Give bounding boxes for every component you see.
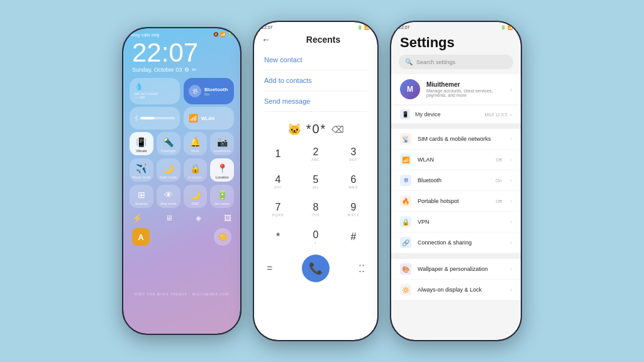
gear-icon[interactable]: ⚙ xyxy=(184,67,189,73)
new-contact-action[interactable]: New contact xyxy=(264,50,367,70)
p3-sim-item[interactable]: 📡 SIM cards & mobile networks › xyxy=(391,129,521,150)
p1-bluetooth-card[interactable]: 𝔅 Bluetooth On xyxy=(184,78,234,104)
device-icon: 📱 xyxy=(400,109,410,119)
p3-search-bar[interactable]: 🔍 Search settings xyxy=(399,55,513,69)
edit-icon[interactable]: ✏ xyxy=(192,67,197,73)
dark-mode-btn[interactable]: 🌙 Dark mode xyxy=(157,158,180,182)
wallpaper-icon: 🎨 xyxy=(400,263,411,275)
p3-display-section: 🎨 Wallpaper & personalization › 🔆 Always… xyxy=(391,259,521,300)
p3-sim-label: SIM cards & mobile networks xyxy=(418,136,502,142)
chevron-right-icon-2: › xyxy=(510,111,512,118)
scanner-icon: ⊞ xyxy=(138,190,145,200)
add-to-contacts-action[interactable]: Add to contacts xyxy=(264,70,367,91)
p2-keypad: 1 2ABC 3DEF 4GHI 5JKL 6MNO 7PQRS 8TUV 9W… xyxy=(254,140,377,251)
dnd-btn[interactable]: 🌙 DND xyxy=(184,185,208,208)
sim-chevron: › xyxy=(510,136,512,142)
mute-icon: 🔔 xyxy=(190,137,201,147)
phone-1-screen: ency calls only 🔕 📶 🔋 22:07 Sunday, Octo… xyxy=(123,28,240,334)
back-button[interactable]: ← xyxy=(262,35,270,45)
p3-wallpaper-item[interactable]: 🎨 Wallpaper & personalization › xyxy=(391,259,521,280)
p3-vpn-item[interactable]: 🔒 VPN › xyxy=(391,212,521,233)
key-3[interactable]: 3DEF xyxy=(335,140,372,168)
share-icon: 🔗 xyxy=(400,237,411,248)
vibrate-icon: 📳 xyxy=(136,137,147,147)
lock-screen-btn[interactable]: 🔒 k screen xyxy=(184,158,208,182)
share-chevron: › xyxy=(510,239,512,246)
p3-wlan-value: Off xyxy=(496,157,502,163)
p3-status-bar: 22:07 🔋 📶 xyxy=(391,22,521,32)
bluetooth-icon: 𝔅 xyxy=(189,85,201,97)
p3-vpn-label: VPN xyxy=(418,219,502,225)
brightness-icon: ◈ xyxy=(196,214,201,222)
p3-aod-label: Always-on display & Lock xyxy=(418,287,502,293)
p3-mydevice-right: MIUI 12.5.5 › xyxy=(484,111,512,118)
key-1[interactable]: 1 xyxy=(259,140,297,168)
phone-2-screen: 22:07 🔋 📶 ← Recents New contact Add to c… xyxy=(254,22,377,340)
equals-icon: = xyxy=(267,263,272,274)
p3-search-placeholder: Search settings xyxy=(416,59,455,65)
plane-mode-btn[interactable]: ✈️ Plane mode xyxy=(130,158,153,182)
p3-section-divider-1 xyxy=(391,124,521,129)
contact-icon: 🐱 xyxy=(287,123,301,136)
key-6[interactable]: 6MNO xyxy=(335,168,372,195)
flash-icon: ⚡ xyxy=(132,213,143,223)
p2-header: ← Recents xyxy=(254,32,377,50)
p3-sharing-item[interactable]: 🔗 Connection & sharing › xyxy=(391,233,521,253)
send-message-action[interactable]: Send message xyxy=(264,91,367,112)
p3-hotspot-item[interactable]: 🔥 Portable hotspot Off › xyxy=(391,191,521,212)
key-8[interactable]: 8TUV xyxy=(297,195,335,223)
volume-bar[interactable] xyxy=(140,117,175,119)
p2-number-display: 🐱 *0* ⌫ xyxy=(254,118,377,140)
p3-network-section: 📡 SIM cards & mobile networks › 📶 WLAN O… xyxy=(391,129,521,253)
p3-profile-sub: Manage accounts, cloud services, payment… xyxy=(426,89,504,97)
vpn-icon: 🔒 xyxy=(400,216,411,228)
backspace-btn[interactable]: ⌫ xyxy=(331,124,344,134)
p3-profile-row[interactable]: M Miuithemer Manage accounts, cloud serv… xyxy=(391,74,521,104)
p3-mydevice-left: 📱 My device xyxy=(400,109,441,119)
p2-dialed-number: *0* xyxy=(306,122,327,136)
p1-wlan-card[interactable]: 📶 WLAN xyxy=(184,107,234,129)
watermark-text: VISIT FOR MORE THEMES - MIUITHEMER.COM xyxy=(123,292,240,296)
p2-status-bar: 22:07 🔋 📶 xyxy=(254,22,377,32)
screen-icon: 🖥 xyxy=(165,214,173,222)
key-0[interactable]: 0+ xyxy=(297,223,335,251)
p1-volume-slider[interactable]: 𝄞 xyxy=(130,107,180,129)
p3-wlan-item[interactable]: 📶 WLAN Off › xyxy=(391,150,521,170)
p3-miui-version: MIUI 12.5.5 xyxy=(484,112,507,117)
voicemail-icon: ⁚⁚ xyxy=(358,263,365,275)
reading-mode-btn[interactable]: 👁 ding mode xyxy=(157,185,180,208)
aod-icon: 🔆 xyxy=(400,284,411,295)
mute-btn[interactable]: 🔔 Mute xyxy=(184,132,208,155)
wlan-icon: 📶 xyxy=(400,154,411,165)
p1-wifi-info-card[interactable]: 💧 util isn't install — MB xyxy=(130,78,180,104)
app-drawer-btn[interactable]: A xyxy=(132,228,150,246)
key-4[interactable]: 4GHI xyxy=(259,168,297,195)
chevron-right-icon: › xyxy=(510,86,512,93)
p3-status-icons: 🔋 📶 xyxy=(501,25,513,30)
key-9[interactable]: 9WXYZ xyxy=(335,195,372,223)
p3-mydevice-row[interactable]: 📱 My device MIUI 12.5.5 › xyxy=(391,106,521,124)
key-7[interactable]: 7PQRS xyxy=(259,195,297,223)
location-btn[interactable]: 📍 Location xyxy=(210,158,234,182)
call-button[interactable]: 📞 xyxy=(302,255,330,282)
p3-aod-item[interactable]: 🔆 Always-on display & Lock › xyxy=(391,280,521,300)
battery-icon: 🔋 xyxy=(217,190,228,200)
phone-1: ency calls only 🔕 📶 🔋 22:07 Sunday, Octo… xyxy=(122,27,242,335)
p3-bluetooth-item[interactable]: 𝔅 Bluetooth On › xyxy=(391,170,521,191)
dark-mode-icon: 🌙 xyxy=(163,163,174,173)
key-5[interactable]: 5JKL xyxy=(297,168,335,195)
p2-title: Recents xyxy=(277,35,370,45)
phone-3-screen: 22:07 🔋 📶 Settings 🔍 Search settings M M… xyxy=(391,22,521,340)
key-star[interactable]: * xyxy=(259,223,297,251)
screenshot-btn[interactable]: 📷 screenshot xyxy=(210,132,234,155)
vpn-chevron: › xyxy=(510,219,512,225)
key-2[interactable]: 2ABC xyxy=(297,140,335,168)
p3-wallpaper-label: Wallpaper & personalization xyxy=(418,266,502,272)
brightness-toggle[interactable]: ☀️ xyxy=(214,228,231,246)
flashlight-btn[interactable]: 🔦 Flashlight xyxy=(157,132,180,155)
search-icon: 🔍 xyxy=(405,58,413,65)
battery-saver-btn[interactable]: 🔋 lerv saver xyxy=(210,185,234,208)
key-hash[interactable]: # xyxy=(335,223,372,251)
scanner-btn[interactable]: ⊞ Scanner xyxy=(130,185,153,208)
vibrate-btn[interactable]: 📳 Vibrate xyxy=(130,132,153,155)
